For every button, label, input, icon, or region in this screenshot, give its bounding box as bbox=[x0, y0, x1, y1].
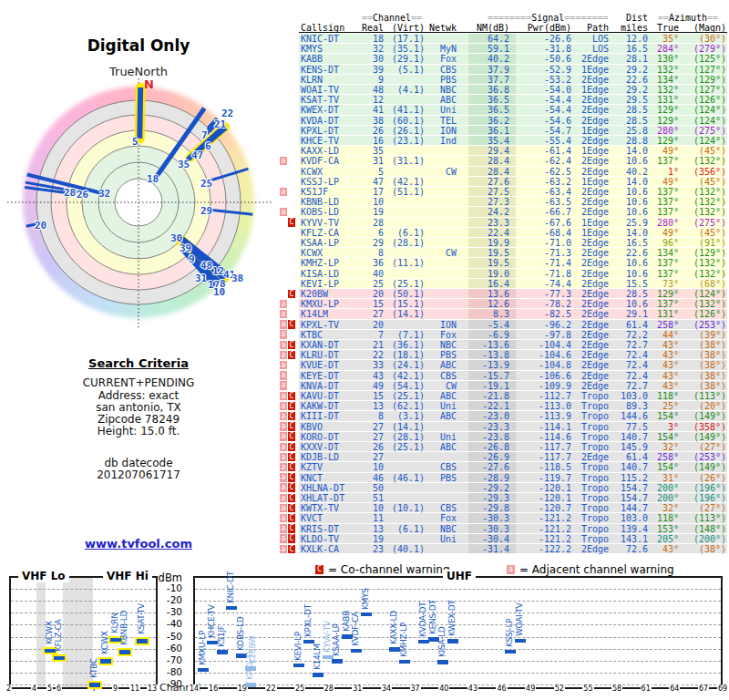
nm-db-cell: 36.5 bbox=[462, 95, 509, 105]
real-channel-cell: 8 bbox=[359, 248, 384, 258]
power-dbm-cell: -67.6 bbox=[524, 218, 571, 228]
channel-tick-label: 22 bbox=[265, 685, 276, 693]
callsign-cell: KLRN bbox=[301, 75, 361, 85]
table-row: KWEX-DT41(41.1)Uni36.5-54.42Edge28.5129°… bbox=[299, 105, 727, 115]
nm-db-cell: -13.6 bbox=[462, 340, 509, 350]
table-row: KEYE-DT43(42.1)CBS-15.7-106.62Edge72.443… bbox=[299, 371, 727, 381]
network-cell: Ind bbox=[416, 136, 457, 146]
callsign-cell: KLRU-DT bbox=[301, 350, 361, 360]
dbm-gridline bbox=[11, 601, 156, 602]
distance-cell: 14.0 bbox=[607, 228, 648, 238]
power-dbm-cell: -82.5 bbox=[524, 309, 571, 319]
path-cell: Tropo bbox=[574, 432, 609, 442]
real-channel-cell: 22 bbox=[359, 350, 384, 360]
distance-cell: 29.2 bbox=[607, 85, 648, 95]
path-cell: 2Edge bbox=[574, 330, 609, 340]
true-azimuth-cell: 43° bbox=[647, 340, 679, 350]
nm-db-cell: 28.4 bbox=[462, 167, 509, 177]
dbm-gridline bbox=[195, 601, 721, 602]
power-dbm-cell: -114.6 bbox=[524, 432, 571, 442]
power-dbm-cell: -113.9 bbox=[524, 411, 571, 421]
table-row: KLRU-DT22(18.1)PBS-13.8-104.62Edge72.443… bbox=[299, 350, 727, 360]
signal-bar-KISA-LD bbox=[437, 660, 448, 664]
virtual-channel-cell: (6.1) bbox=[384, 228, 425, 238]
nm-db-cell: -26.8 bbox=[462, 442, 509, 452]
signal-bar-label-KSAT-TV: KSAT-TV bbox=[137, 603, 146, 634]
callsign-cell: KCWX bbox=[301, 167, 361, 177]
adjacent-channel-badge: a bbox=[507, 565, 515, 574]
distance-cell: 28.5 bbox=[607, 116, 648, 126]
nm-db-cell: 19.5 bbox=[462, 258, 509, 268]
channel-tick-label: 58 bbox=[611, 685, 622, 693]
magnetic-azimuth-cell: (253°) bbox=[680, 452, 726, 462]
magnetic-azimuth-cell: (275°) bbox=[680, 126, 726, 136]
true-azimuth-cell: 43° bbox=[647, 381, 679, 391]
callsign-cell: K20BW bbox=[301, 289, 361, 299]
true-azimuth-cell: 43° bbox=[647, 360, 679, 370]
magnetic-azimuth-cell: (91°) bbox=[680, 238, 726, 248]
true-azimuth-cell: 129° bbox=[647, 105, 679, 115]
magnetic-azimuth-cell: (113°) bbox=[680, 513, 726, 523]
real-channel-cell: 28 bbox=[359, 218, 384, 228]
real-channel-cell: 16 bbox=[359, 136, 384, 146]
table-row: WOAI-TV48(4.1)NBC36.8-54.01Edge29.2132°(… bbox=[299, 85, 727, 95]
real-channel-cell: 50 bbox=[359, 483, 384, 493]
nm-db-cell: -13.9 bbox=[462, 360, 509, 370]
table-row: KVUE-DT33(24.1)ABC-13.9-104.82Edge72.443… bbox=[299, 360, 727, 370]
power-dbm-cell: -63.2 bbox=[524, 177, 571, 187]
signal-bar-KMXU-LP bbox=[198, 668, 209, 673]
adjacent-channel-flag: a bbox=[280, 453, 287, 462]
virtual-channel-cell: (14.1) bbox=[384, 309, 425, 319]
co-channel-flag: C bbox=[288, 453, 295, 462]
co-channel-flag: C bbox=[288, 392, 295, 401]
real-channel-cell: 33 bbox=[359, 360, 384, 370]
adjacent-channel-flag: a bbox=[280, 545, 287, 554]
true-azimuth-cell: 154° bbox=[647, 462, 679, 472]
distance-cell: 140.7 bbox=[607, 462, 648, 472]
co-channel-flag: C bbox=[288, 463, 295, 472]
channel-tick-label: 14 bbox=[189, 685, 200, 693]
path-cell: 2Edge bbox=[574, 248, 609, 258]
signal-bar-label-K20BW: K20BW bbox=[248, 636, 257, 664]
power-dbm-cell: -54.6 bbox=[524, 116, 571, 126]
signal-bar-label-KPXL-DT: KPXL-DT bbox=[303, 604, 313, 637]
real-channel-cell: 19 bbox=[359, 207, 384, 217]
signal-bar-label-KLRN: KLRN bbox=[110, 612, 119, 633]
true-azimuth-cell: 96° bbox=[647, 238, 679, 248]
adjacent-channel-flag: a bbox=[280, 504, 287, 513]
true-azimuth-cell: 132° bbox=[647, 65, 679, 75]
callsign-cell: KBVO bbox=[301, 422, 361, 432]
callsign-cell: KMHZ-LP bbox=[301, 258, 361, 268]
true-azimuth-cell: 25° bbox=[647, 401, 679, 411]
power-dbm-cell: -74.4 bbox=[524, 279, 571, 289]
power-dbm-cell: -61.4 bbox=[524, 146, 571, 156]
magnetic-azimuth-cell: (124°) bbox=[680, 136, 726, 146]
power-dbm-cell: -121.2 bbox=[524, 534, 571, 544]
network-cell: Fox bbox=[416, 330, 457, 340]
real-channel-cell: 20 bbox=[359, 289, 384, 299]
co-channel-flag: C bbox=[288, 341, 295, 350]
true-azimuth-cell: 31° bbox=[647, 473, 679, 483]
table-row: KBVO27(14.1)-23.3-114.1Tropo77.53°(358°) bbox=[299, 422, 727, 432]
co-channel-flag: C bbox=[288, 432, 295, 441]
distance-cell: 115.2 bbox=[607, 473, 648, 483]
signal-bar-label-KMYS: KMYS bbox=[361, 588, 370, 610]
path-cell: 2Edge bbox=[574, 95, 609, 105]
co-channel-flag: C bbox=[288, 290, 295, 299]
table-row: KYVV-TV2823.3-67.61Edge25.9280°(275°) bbox=[299, 218, 727, 228]
path-cell: 2Edge bbox=[574, 269, 609, 279]
network-cell: Uni bbox=[416, 432, 457, 442]
table-row: KMHZ-LP36(11.1)19.5-71.42Edge10.6137°(13… bbox=[299, 258, 727, 268]
distance-cell: 10.6 bbox=[607, 269, 648, 279]
true-azimuth-cell: 129° bbox=[647, 116, 679, 126]
channel-tick-label: 64 bbox=[669, 685, 680, 693]
path-cell: Tropo bbox=[574, 524, 609, 534]
nm-db-cell: -29.2 bbox=[462, 483, 509, 493]
power-dbm-cell: -104.6 bbox=[524, 350, 571, 360]
real-channel-cell: 13 bbox=[359, 401, 384, 411]
path-cell: 2Edge bbox=[574, 197, 609, 207]
distance-cell: 14.0 bbox=[607, 146, 648, 156]
table-row: KLRN9PBS37.7-53.22Edge22.6134°(129°) bbox=[299, 75, 727, 85]
magnetic-azimuth-cell: (275°) bbox=[680, 218, 726, 228]
distance-cell: 72.7 bbox=[607, 381, 648, 391]
